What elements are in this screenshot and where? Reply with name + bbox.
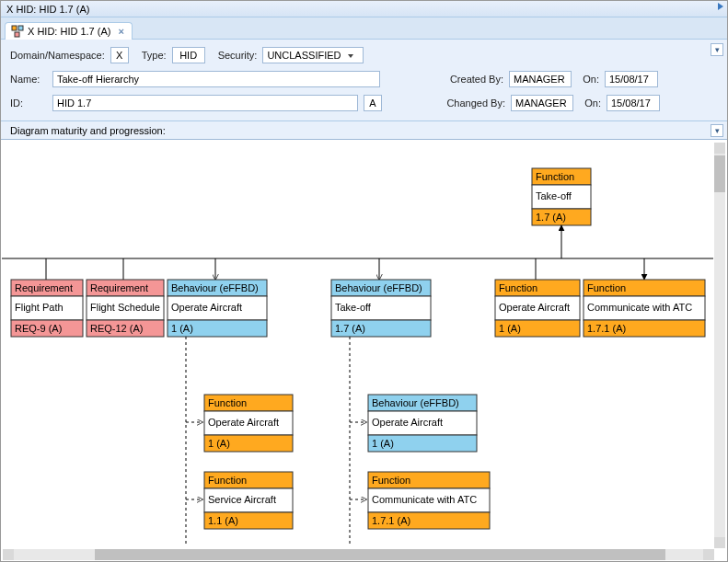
node-sub3[interactable]: Behaviour (eFFBD) Operate Aircraft 1 (A) [368,395,477,452]
tab-active[interactable]: X HID: HID 1.7 (A) × [5,22,133,40]
svg-text:Service Aircraft: Service Aircraft [208,494,276,505]
svg-rect-43 [495,320,580,337]
svg-text:Function: Function [499,282,537,293]
svg-text:1 (A): 1 (A) [171,323,193,334]
svg-text:Behaviour (eFFBD): Behaviour (eFFBD) [372,397,459,408]
created-by-label: Created By: [437,74,503,85]
created-on-field: 15/08/17 [605,71,658,87]
scroll-left-icon[interactable] [3,549,14,560]
title-text: X HID: HID 1.7 (A) [6,4,89,15]
svg-text:Operate Aircraft: Operate Aircraft [499,302,570,313]
svg-text:Function: Function [536,171,574,182]
svg-rect-23 [87,280,164,296]
svg-text:1 (A): 1 (A) [372,438,394,449]
svg-rect-1 [18,26,23,30]
changed-by-field: MANAGER [511,95,573,111]
node-req1[interactable]: Requirement Flight Path REQ-9 (A) [11,280,83,337]
node-sub2[interactable]: Function Service Aircraft 1.1 (A) [204,472,293,529]
svg-rect-67 [204,512,293,529]
svg-text:Operate Aircraft: Operate Aircraft [208,417,279,428]
svg-text:1 (A): 1 (A) [208,438,230,449]
node-sub1[interactable]: Function Operate Aircraft 1 (A) [204,395,293,452]
svg-rect-48 [584,296,705,320]
svg-rect-24 [87,296,164,320]
id-field[interactable]: HID 1.7 [52,95,358,111]
svg-rect-41 [495,280,580,296]
svg-rect-36 [331,296,431,320]
svg-text:Requirement: Requirement [15,282,73,293]
form-panel: ▾ Domain/Namespace: X Type: HID Security… [1,40,727,121]
svg-rect-72 [368,411,477,435]
scroll-thumb[interactable] [714,155,725,192]
svg-rect-59 [204,395,293,411]
svg-text:1 (A): 1 (A) [499,323,521,334]
svg-text:Take-off: Take-off [536,190,572,201]
domain-field[interactable]: X [110,47,129,63]
node-sub4[interactable]: Function Communicate with ATC 1.7.1 (A) [368,472,490,529]
svg-text:Behaviour (eFFBD): Behaviour (eFFBD) [335,282,422,293]
node-beh1[interactable]: Behaviour (eFFBD) Operate Aircraft 1 (A) [168,280,267,337]
svg-rect-19 [11,320,83,337]
node-top-function[interactable]: Function Take-off 1.7 (A) [532,168,591,225]
close-icon[interactable]: × [118,26,123,37]
svg-rect-77 [368,472,490,488]
svg-text:Operate Aircraft: Operate Aircraft [372,417,443,428]
svg-text:1.7 (A): 1.7 (A) [536,212,566,223]
security-dropdown[interactable]: UNCLASSIFIED [262,47,364,63]
vertical-scrollbar[interactable] [714,143,725,548]
svg-text:Flight Schedule: Flight Schedule [90,302,160,313]
scroll-right-icon[interactable] [718,3,723,10]
svg-rect-29 [168,280,267,296]
svg-rect-66 [204,488,293,512]
id-label: ID: [10,97,47,109]
svg-rect-31 [168,320,267,337]
svg-rect-71 [368,395,477,411]
maturity-label: Diagram maturity and progression: [10,125,166,136]
scroll-down-icon[interactable] [714,537,725,548]
svg-text:Requirement: Requirement [90,282,148,293]
diagram-canvas[interactable]: Function Take-off 1.7 (A) Requirement Fl… [2,141,726,549]
title-bar: X HID: HID 1.7 (A) [1,1,727,17]
scroll-up-icon[interactable] [714,143,725,154]
svg-rect-37 [331,320,431,337]
svg-rect-6 [532,209,591,225]
changed-on-field: 15/08/17 [607,95,660,111]
node-req2[interactable]: Requirement Flight Schedule REQ-12 (A) [87,280,164,337]
domain-label: Domain/Namespace: [10,50,105,61]
tab-label: X HID: HID 1.7 (A) [28,26,110,37]
id-suffix-field[interactable]: A [364,95,382,111]
collapse-button[interactable]: ▾ [711,43,723,56]
changed-by-label: Changed By: [439,97,505,109]
svg-rect-79 [368,512,490,529]
svg-rect-65 [204,472,293,488]
svg-rect-5 [532,185,591,209]
svg-rect-30 [168,296,267,320]
svg-rect-78 [368,488,490,512]
svg-text:1.7.1 (A): 1.7.1 (A) [372,515,410,526]
svg-rect-17 [11,280,83,296]
chevron-down-icon [348,54,353,58]
node-beh2[interactable]: Behaviour (eFFBD) Take-off 1.7 (A) [331,280,431,337]
svg-text:Communicate with ATC: Communicate with ATC [372,494,477,505]
svg-text:Function: Function [587,282,626,293]
svg-rect-60 [204,411,293,435]
type-field[interactable]: HID [172,47,205,63]
name-field[interactable]: Take-off Hierarchy [52,71,380,87]
svg-rect-61 [204,435,293,452]
svg-rect-25 [87,320,164,337]
svg-rect-42 [495,296,580,320]
scroll-right-icon[interactable] [703,549,714,560]
svg-text:Function: Function [208,475,247,486]
svg-rect-4 [532,168,591,185]
security-value: UNCLASSIFIED [267,50,341,61]
horizontal-scrollbar[interactable] [3,549,714,560]
maturity-collapse-button[interactable]: ▾ [711,124,723,137]
svg-rect-35 [331,280,431,296]
scroll-thumb-h[interactable] [95,549,665,560]
svg-text:Communicate with ATC: Communicate with ATC [587,302,692,313]
node-func1[interactable]: Function Operate Aircraft 1 (A) [495,280,580,337]
node-func2[interactable]: Function Communicate with ATC 1.7.1 (A) [584,280,705,337]
svg-text:REQ-12 (A): REQ-12 (A) [90,323,143,334]
changed-on-label: On: [579,97,601,109]
svg-rect-18 [11,296,83,320]
